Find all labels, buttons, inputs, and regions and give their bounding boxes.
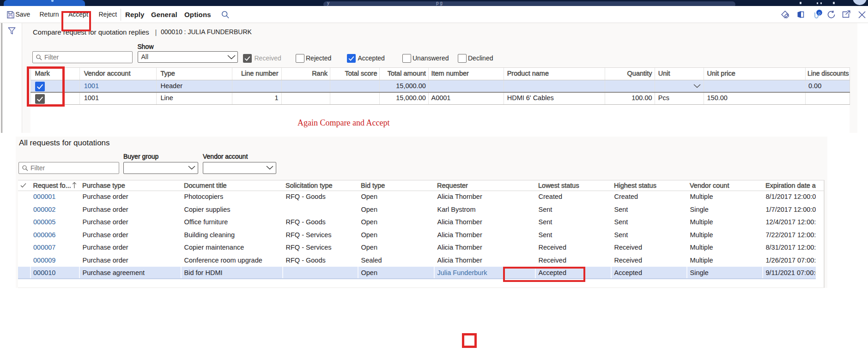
svg-text:0: 0	[818, 11, 820, 16]
